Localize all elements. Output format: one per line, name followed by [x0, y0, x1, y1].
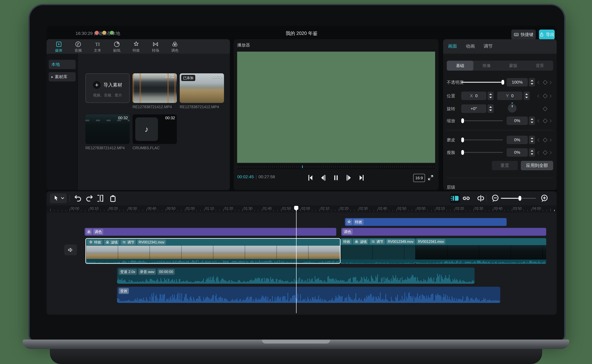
reset-button[interactable]: 重置 — [492, 161, 518, 170]
tab-picture[interactable]: 画面 — [448, 43, 457, 49]
aspect-ratio-button[interactable]: 16:9 — [413, 174, 425, 182]
rotation-value[interactable]: +0° — [461, 104, 486, 113]
media-item[interactable]: 已添加00:32RE127838721412.MP4 — [180, 73, 224, 109]
prev-keyframe-icon[interactable] — [537, 119, 540, 123]
next-keyframe-icon[interactable] — [548, 151, 552, 154]
zoom-in-button[interactable] — [539, 194, 549, 203]
scale-keyframe-button[interactable] — [543, 119, 547, 123]
player-seekbar[interactable] — [237, 164, 435, 169]
slim-face-stepper[interactable] — [529, 148, 535, 157]
ruler-tick — [385, 210, 385, 211]
video-clip-RV0012341.mov[interactable]: RV0012341.mov — [415, 238, 546, 264]
ruler-tick — [304, 210, 304, 211]
next-keyframe-icon[interactable] — [548, 119, 552, 123]
media-tab-文本[interactable]: TI文本 — [88, 40, 107, 53]
undo-button[interactable] — [73, 194, 83, 203]
smooth-skin-stepper[interactable] — [529, 136, 535, 144]
ruler-tick — [150, 210, 151, 211]
skip-start-button[interactable] — [306, 174, 315, 182]
media-tab-调色[interactable]: 调色 — [165, 40, 185, 53]
ruler-tick — [520, 210, 520, 211]
rotation-stepper[interactable] — [488, 104, 494, 113]
smooth-skin-keyframe-button[interactable] — [543, 138, 547, 142]
prev-keyframe-icon[interactable] — [537, 94, 540, 98]
subtab-background[interactable]: 背景 — [527, 61, 553, 71]
media-tab-媒体[interactable]: 媒体 — [49, 40, 68, 53]
player-preview[interactable] — [237, 52, 435, 163]
position-keyframe-button[interactable] — [543, 94, 547, 98]
audio-clip-sfx[interactable]: 音效 — [117, 287, 500, 303]
media-tab-特效[interactable]: 特效 — [127, 40, 146, 53]
track-mute-button[interactable] — [64, 245, 77, 255]
color-track-clip[interactable]: 调色 — [341, 228, 546, 236]
select-tool-button[interactable] — [50, 194, 67, 203]
split-button[interactable] — [96, 194, 106, 203]
pause-button[interactable] — [332, 174, 340, 182]
opacity-value[interactable]: 100% — [507, 78, 528, 86]
opacity-slider[interactable] — [461, 82, 503, 83]
position-y-stepper[interactable] — [524, 92, 530, 100]
subtab-mask[interactable]: 蒙版 — [500, 61, 527, 71]
shortcuts-button[interactable]: 快捷键 — [511, 30, 536, 39]
ruler-tick — [154, 210, 155, 211]
redo-button[interactable] — [85, 194, 94, 203]
split-clip-button[interactable] — [476, 194, 486, 203]
color-wheels-icon-chip — [86, 229, 92, 235]
slim-face-keyframe-button[interactable] — [543, 150, 547, 155]
next-keyframe-icon[interactable] — [548, 94, 552, 98]
snap-timeline-toggle[interactable] — [450, 194, 460, 203]
slim-face-slider[interactable] — [461, 152, 503, 153]
color-track-clip[interactable]: 调色 — [85, 228, 336, 236]
next-keyframe-icon[interactable] — [548, 138, 552, 142]
position-y-field[interactable]: Y0 — [497, 92, 522, 100]
link-clips-button[interactable] — [461, 194, 471, 203]
effect-track-clip[interactable]: 特效 — [345, 218, 507, 226]
position-x-field[interactable]: X0 — [461, 92, 486, 100]
delete-button[interactable] — [108, 194, 118, 203]
prev-keyframe-icon[interactable] — [537, 151, 540, 154]
fullscreen-button[interactable] — [427, 174, 434, 181]
scale-value[interactable]: 0% — [507, 117, 528, 125]
apply-to-all-button[interactable]: 应用到全部 — [521, 161, 553, 170]
clip-badge: 滤镜 — [353, 239, 368, 244]
export-button[interactable]: 导出 — [539, 30, 555, 39]
video-clip-RV0012349.mov[interactable]: 特效滤镜调节RV0012349.mov — [341, 238, 415, 264]
playhead-handle[interactable] — [294, 206, 298, 210]
opacity-stepper[interactable] — [529, 78, 535, 86]
media-item[interactable]: ♪00:32CRUMBS.FLAC — [133, 114, 177, 150]
zoom-out-button[interactable] — [491, 194, 500, 203]
sidebar-item-素材库[interactable]: ▸素材库 — [49, 72, 76, 82]
scale-slider[interactable] — [461, 120, 503, 121]
prev-keyframe-icon[interactable] — [537, 81, 540, 84]
slim-face-value[interactable]: 0% — [507, 148, 528, 157]
prev-keyframe-icon[interactable] — [537, 138, 540, 142]
rotation-knob[interactable] — [508, 104, 517, 113]
video-clip-RV0012341.mov[interactable]: 特效滤镜调节RV0012341.mov — [85, 238, 341, 264]
timeline-playhead[interactable] — [294, 206, 298, 313]
import-material-card[interactable]: + 导入素材 视频、音频、图片 — [85, 73, 130, 103]
timeline-ruler[interactable]: 00:0000:1000:2000:3000:4000:5001:0001:10… — [47, 205, 557, 213]
subtab-basic[interactable]: 基础 — [447, 61, 473, 71]
timeline-zoom-slider[interactable] — [501, 198, 536, 199]
tab-adjust[interactable]: 调节 — [484, 43, 493, 49]
media-tab-音频[interactable]: 音频 — [68, 40, 88, 53]
next-keyframe-icon[interactable] — [548, 81, 552, 84]
media-tab-转场[interactable]: 转场 — [146, 40, 165, 53]
scale-stepper[interactable] — [529, 117, 535, 125]
rotation-keyframe-button[interactable] — [543, 107, 547, 111]
subtab-chroma-key[interactable]: 抠像 — [473, 61, 500, 71]
sidebar-item-本地[interactable]: 本地 — [49, 60, 76, 69]
media-item[interactable]: 00:32RE127838721412.MP4 — [85, 114, 130, 150]
media-tab-贴纸[interactable]: 贴纸 — [107, 40, 127, 53]
media-item[interactable]: 00:32RE127838721412.MP4 — [133, 73, 177, 109]
prev-frame-button[interactable] — [319, 174, 328, 182]
ruler-tick — [350, 210, 351, 211]
next-frame-button[interactable] — [344, 174, 353, 182]
ruler-tick — [85, 210, 85, 211]
opacity-keyframe-button[interactable] — [543, 80, 547, 84]
smooth-skin-slider[interactable] — [461, 139, 503, 140]
position-x-stepper[interactable] — [488, 92, 494, 100]
tab-animation[interactable]: 动画 — [466, 43, 475, 49]
smooth-skin-value[interactable]: 0% — [507, 136, 528, 144]
skip-end-button[interactable] — [357, 174, 366, 182]
